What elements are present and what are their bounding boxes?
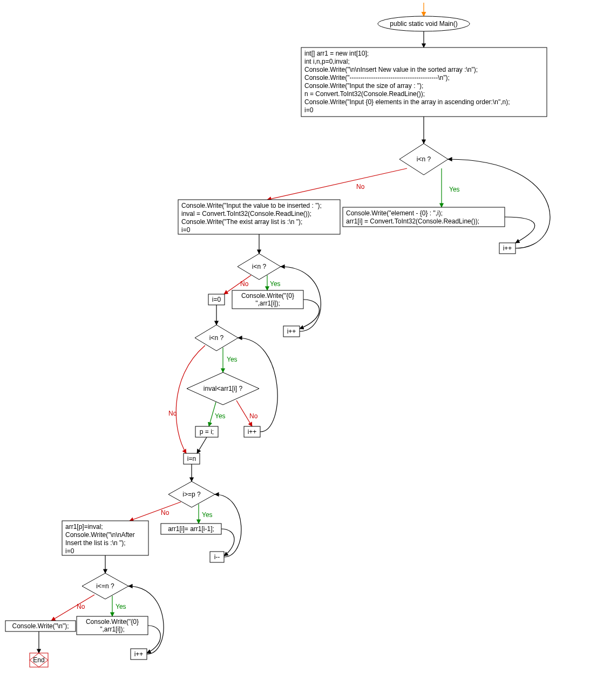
svg-text:i++: i++ (248, 428, 257, 436)
writen-box: Console.Write("\n"); (5, 621, 76, 631)
svg-text:No: No (168, 410, 177, 417)
svg-text:No: No (356, 183, 365, 191)
svg-text:i<=n ?: i<=n ? (96, 582, 114, 590)
svg-text:Yes: Yes (116, 603, 126, 610)
svg-text:i=n: i=n (187, 455, 196, 463)
svg-text:Insert the list is :\n ");: Insert the list is :\n "); (65, 539, 126, 547)
svg-text:Console.Write("Input {0} eleme: Console.Write("Input {0} elements in the… (304, 98, 510, 106)
inc1-box: i++ (499, 243, 516, 254)
svg-text:inval = Convert.ToInt32(Consol: inval = Convert.ToInt32(Console.ReadLine… (181, 210, 311, 218)
svg-text:i++: i++ (503, 244, 512, 252)
svg-text:No: No (249, 412, 258, 420)
svg-text:i=0: i=0 (181, 226, 191, 234)
readelem-box: Console.Write("element - {0} : ",i); arr… (343, 207, 505, 227)
svg-text:p = i;: p = i; (200, 428, 214, 436)
svg-text:Console.Write("\n\nAfter: Console.Write("\n\nAfter (65, 531, 135, 539)
setn-box: i=n (184, 453, 200, 464)
svg-text:n = Convert.ToInt32(Console.Re: n = Convert.ToInt32(Console.ReadLine()); (304, 90, 425, 98)
svg-text:No: No (77, 603, 85, 610)
svg-text:Console.Write("{0}: Console.Write("{0} (241, 292, 294, 300)
d6-decision: i<=n ? (82, 573, 128, 599)
svg-text:arr1[i]= arr1[i-1];: arr1[i]= arr1[i-1]; (168, 525, 214, 533)
svg-text:int i,n,p=0,inval;: int i,n,p=0,inval; (304, 58, 350, 65)
svg-text:i<n ?: i<n ? (209, 334, 224, 342)
d2-decision: i<n ? (238, 254, 281, 280)
svg-text:Console.Write("element - {0} :: Console.Write("element - {0} : ",i); (346, 209, 443, 217)
svg-text:Console.Write("Input the value: Console.Write("Input the value to be ins… (181, 202, 322, 209)
svg-text:i++: i++ (134, 650, 144, 658)
d4-decision: inval<arr1[i] ? (187, 372, 259, 405)
svg-text:inval<arr1[i] ?: inval<arr1[i] ? (204, 385, 243, 392)
inc4-box: i++ (131, 649, 147, 660)
svg-text:No: No (161, 509, 169, 516)
svg-text:i++: i++ (287, 328, 296, 335)
svg-text:Console.Write("\n\nInsert New : Console.Write("\n\nInsert New value in t… (304, 66, 478, 73)
svg-text:End: End (33, 656, 44, 664)
d1-decision: i<n ? (399, 144, 448, 175)
d5-decision: i>=p ? (168, 481, 215, 507)
svg-text:Console.Write("{0}: Console.Write("{0} (86, 618, 139, 626)
svg-text:Console.Write("---------------: Console.Write("-------------------------… (304, 74, 450, 81)
svg-text:Yes: Yes (215, 412, 226, 420)
svg-text:i<n ?: i<n ? (417, 155, 431, 163)
afterins-box: arr1[p]=inval; Console.Write("\n\nAfter … (62, 521, 148, 555)
svg-text:Yes: Yes (202, 511, 213, 519)
svg-text:Yes: Yes (227, 356, 238, 363)
svg-text:No: No (240, 280, 249, 288)
setp-box: p = i; (195, 426, 218, 437)
svg-text:int[] arr1 = new int[10];: int[] arr1 = new int[10]; (304, 50, 369, 57)
svg-text:i--: i-- (214, 553, 220, 561)
svg-text:Yes: Yes (449, 186, 460, 193)
svg-text:i=0: i=0 (304, 106, 314, 114)
svg-text:i<n ?: i<n ? (252, 263, 267, 270)
svg-text:i=0: i=0 (65, 547, 74, 555)
init-box: int[] arr1 = new int[10]; int i,n,p=0,in… (301, 47, 547, 117)
start-node: public static void Main() (378, 16, 470, 31)
svg-text:",arr1[i]);: ",arr1[i]); (255, 300, 280, 307)
svg-text:Yes: Yes (270, 280, 281, 288)
inc2-box: i++ (283, 326, 300, 337)
printarr-box: Console.Write("{0} ",arr1[i]); (232, 290, 303, 309)
d3-decision: i<n ? (195, 325, 238, 351)
svg-text:arr1[p]=inval;: arr1[p]=inval; (65, 523, 103, 531)
flowchart: public static void Main() int[] arr1 = n… (0, 0, 590, 700)
svg-text:Console.Write("The exist array: Console.Write("The exist array list is :… (181, 218, 302, 226)
svg-text:arr1[i] = Convert.ToInt32(Cons: arr1[i] = Convert.ToInt32(Console.ReadLi… (346, 218, 479, 225)
svg-text:i=0: i=0 (212, 296, 221, 303)
print2-box: Console.Write("{0} ",arr1[i]); (77, 616, 148, 635)
svg-text:Console.Write("Input the size : Console.Write("Input the size of array :… (304, 82, 423, 90)
reset0-box: i=0 (208, 294, 225, 305)
svg-text:Console.Write("\n");: Console.Write("\n"); (12, 622, 69, 630)
inputinval-box: Console.Write("Input the value to be ins… (178, 200, 340, 234)
svg-text:",arr1[i]);: ",arr1[i]); (100, 626, 125, 633)
start-label: public static void Main() (390, 20, 457, 28)
dec-box: i-- (210, 552, 224, 562)
end-node: End (30, 653, 48, 667)
svg-text:i>=p ?: i>=p ? (182, 491, 201, 498)
inc3-box: i++ (244, 426, 260, 437)
shift-box: arr1[i]= arr1[i-1]; (161, 524, 221, 534)
